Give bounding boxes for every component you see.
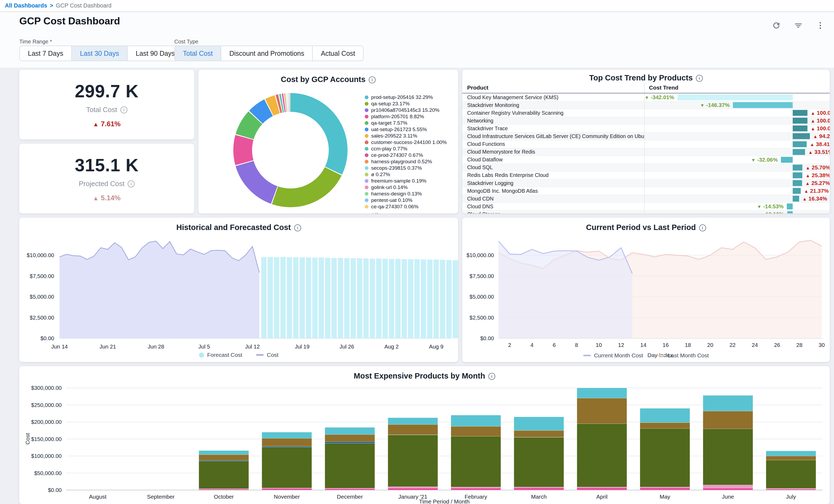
table-row[interactable]: Stackdriver Monitoring▼-146.37% [462, 101, 830, 109]
forecast-bar[interactable] [395, 259, 401, 338]
legend-item-current-month-cost[interactable]: Current Month Cost [583, 352, 643, 359]
stack-segment-segment-brown[interactable] [577, 398, 627, 423]
legend-item[interactable]: harness-playground 0.52% [365, 159, 455, 165]
forecast-bar[interactable] [427, 260, 433, 338]
forecast-bar[interactable] [382, 259, 388, 338]
stack-segment-segment-olive-green[interactable] [577, 423, 627, 487]
forecast-bar[interactable] [312, 258, 317, 338]
table-row[interactable]: Stackdriver Logging▲25.27% [462, 179, 830, 187]
table-row[interactable]: Stackdriver Trace▲100.00% [462, 125, 830, 132]
info-icon[interactable]: i [696, 75, 703, 82]
forecast-bar[interactable] [287, 257, 292, 338]
stack-segment-segment-blue[interactable] [325, 441, 375, 443]
stack-segment-segment-olive-green[interactable] [199, 461, 249, 489]
legend-item[interactable]: ø 0.27% [365, 172, 455, 178]
legend-item[interactable]: qa-target 7.57% [365, 120, 455, 126]
forecast-bar[interactable] [344, 258, 349, 338]
stack-segment-segment-cyan[interactable] [577, 388, 627, 398]
stack-segment-segment-blue[interactable] [262, 446, 312, 447]
forecast-bar[interactable] [351, 258, 356, 338]
legend-item[interactable]: harness-design 0.13% [365, 191, 455, 197]
legend-item[interactable]: sales-209522 3.11% [365, 133, 455, 139]
stack-segment-segment-brown[interactable] [703, 411, 753, 429]
table-row[interactable]: Cloud Storage▼-13.19% [462, 211, 830, 213]
legend-item[interactable]: golink-url 0.14% [365, 184, 455, 191]
stack-segment-segment-pink[interactable] [199, 489, 249, 490]
kebab-menu-icon[interactable] [816, 21, 825, 30]
legend-item[interactable]: platform-205701 8.82% [365, 114, 455, 120]
page-up-icon[interactable]: ▲ [365, 212, 369, 213]
stack-segment-segment-olive-green[interactable] [766, 460, 816, 488]
table-row[interactable]: Cloud Dataflow▼-32.06% [462, 156, 830, 164]
table-row[interactable]: Container Registry Vulnerability Scannin… [462, 109, 830, 117]
forecast-bar[interactable] [402, 259, 407, 338]
stack-segment-segment-olive-green[interactable] [703, 429, 753, 485]
table-row[interactable]: MongoDB Inc. MongoDB Atlas▲21.37% [462, 187, 830, 195]
stack-segment-segment-olive-green[interactable] [388, 435, 438, 487]
forecast-bar[interactable] [421, 260, 426, 338]
legend-item[interactable]: pentest-uat 0.10% [365, 197, 455, 203]
table-row[interactable]: Networking▲100.00% [462, 117, 830, 125]
stack-segment-segment-light-pink[interactable] [388, 487, 438, 488]
forecast-bar[interactable] [453, 260, 458, 338]
forecast-bar[interactable] [376, 259, 381, 338]
forecast-bar[interactable] [274, 257, 280, 338]
filter-option-last-30-days[interactable]: Last 30 Days [71, 46, 127, 61]
table-row[interactable]: Cloud Infrastructure Services GitLab Ser… [462, 132, 830, 140]
legend-item[interactable]: customer-success-244100 1.00% [365, 139, 455, 146]
stack-segment-segment-cyan[interactable] [514, 417, 564, 431]
stack-segment-segment-cyan[interactable] [325, 427, 375, 435]
legend-item[interactable]: secops-239815 0.37% [365, 165, 455, 171]
stack-segment-segment-cyan[interactable] [388, 418, 438, 424]
legend-item-last-month-cost[interactable]: Last Month Cost [657, 352, 709, 359]
forecast-bar[interactable] [389, 259, 394, 338]
stack-segment-segment-cyan[interactable] [640, 408, 690, 422]
legend-item-cost[interactable]: Cost [256, 352, 278, 358]
filter-option-total-cost[interactable]: Total Cost [175, 46, 221, 61]
stack-segment-segment-olive-green[interactable] [451, 436, 501, 487]
forecast-bar[interactable] [319, 258, 324, 338]
stack-segment-segment-pink[interactable] [451, 488, 501, 490]
table-row[interactable]: Cloud SQL▲25.70% [462, 164, 830, 172]
forecast-bar[interactable] [338, 258, 343, 338]
info-icon[interactable]: i [128, 180, 135, 188]
table-row[interactable]: Cloud CDN▲16.34% [462, 195, 830, 203]
stack-segment-segment-brown[interactable] [514, 431, 564, 437]
legend-item-forecast-cost[interactable]: Forecast Cost [199, 352, 242, 358]
stack-segment-segment-cyan[interactable] [703, 395, 753, 411]
forecast-bar[interactable] [268, 257, 273, 338]
legend-item[interactable]: ce-prod-274307 0.67% [365, 152, 455, 158]
stack-segment-segment-pink[interactable] [388, 488, 438, 490]
stack-segment-segment-olive-green[interactable] [514, 437, 564, 487]
stack-segment-segment-pink[interactable] [703, 488, 753, 490]
legend-item[interactable]: ce-qa-274307 0.06% [365, 204, 455, 210]
legend-item[interactable]: prod-setup-205416 32.29% [365, 94, 455, 101]
stack-segment-segment-brown[interactable] [766, 456, 816, 460]
table-row[interactable]: Cloud DNS▼-14.53% [462, 203, 830, 211]
stack-segment-segment-pink[interactable] [514, 488, 564, 490]
stack-segment-segment-olive-green[interactable] [640, 429, 690, 487]
forecast-bar[interactable] [280, 257, 286, 338]
legend-item[interactable]: pr10406a87045145c3 15.20% [365, 107, 455, 113]
forecast-bar[interactable] [325, 258, 330, 338]
forecast-bar[interactable] [331, 258, 337, 338]
stack-segment-segment-light-pink[interactable] [451, 487, 501, 488]
legend-item[interactable]: qa-setup 23.17% [365, 101, 455, 107]
stack-segment-segment-brown[interactable] [262, 438, 312, 446]
table-row[interactable]: Cloud Key Management Service (KMS)▼-342.… [462, 93, 830, 101]
legend-item[interactable]: freemium-sample 0.19% [365, 178, 455, 184]
stack-segment-segment-cyan[interactable] [199, 451, 249, 455]
forecast-bar[interactable] [357, 258, 362, 338]
stack-segment-segment-brown[interactable] [451, 426, 501, 436]
forecast-bar[interactable] [300, 257, 305, 338]
filter-option-last-7-days[interactable]: Last 7 Days [20, 46, 71, 61]
stack-segment-segment-light-pink[interactable] [703, 485, 753, 488]
stack-segment-segment-pink[interactable] [262, 488, 312, 490]
stack-segment-segment-brown[interactable] [325, 435, 375, 441]
stack-segment-segment-pink[interactable] [577, 488, 627, 490]
table-row[interactable]: Cloud Memorystore for Redis▲33.51% [462, 148, 830, 156]
table-row[interactable]: Cloud Functions▲38.41% [462, 140, 830, 148]
stack-segment-segment-olive-green[interactable] [262, 447, 312, 488]
stack-segment-segment-cyan[interactable] [262, 432, 312, 438]
refresh-icon[interactable] [772, 21, 781, 30]
